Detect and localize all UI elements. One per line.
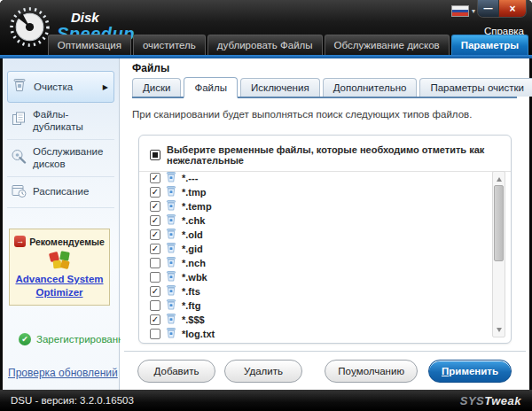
file-type-row: ✓*.$$$ — [150, 313, 482, 327]
sidebar-item-label: Файлы-дубликаты — [33, 108, 111, 134]
file-type-label: *.gid — [182, 244, 203, 254]
list-header-label: Выберите временные файлы, которые необхо… — [167, 144, 500, 166]
scroll-up-button[interactable] — [493, 174, 505, 184]
file-type-row — [150, 341, 482, 342]
close-icon: × — [509, 3, 515, 15]
file-type-row: ✓*.temp — [150, 199, 482, 213]
window-controls: — × — [477, 0, 527, 18]
scroll-up-icon — [497, 177, 502, 182]
file-type-checkbox[interactable] — [150, 258, 160, 268]
file-type-row: *.wbk — [150, 270, 482, 284]
language-flag-button[interactable]: ▾ — [451, 5, 475, 17]
advanced-system-optimizer-link[interactable]: Advanced System Optimizer — [12, 273, 107, 299]
settings-tabs: ДискиФайлыИсключенияДополнительноПарамет… — [132, 77, 517, 98]
tab-advanced[interactable]: Дополнительно — [323, 78, 418, 97]
systweak-logo-part2: Tweak — [484, 394, 521, 407]
file-type-row: ✓*.gid — [150, 242, 482, 256]
list-scrollbar[interactable] — [492, 171, 505, 337]
file-type-checkbox[interactable]: ✓ — [150, 314, 160, 325]
file-type-label: *.ftg — [182, 300, 200, 311]
disk-maintenance-icon — [11, 148, 27, 167]
tab-disks[interactable]: Диски — [132, 78, 181, 97]
check-updates-link[interactable]: Проверка обновлений — [8, 367, 118, 379]
indeterminate-mark — [153, 152, 158, 158]
file-type-checkbox[interactable]: ✓ — [150, 286, 160, 297]
nav-tab-disk-maintenance[interactable]: Обслуживание дисков — [325, 35, 450, 55]
nav-tab-settings[interactable]: Параметры — [451, 35, 528, 55]
scrollbar-thumb[interactable] — [494, 185, 504, 261]
buttons-divider — [124, 351, 526, 352]
checkmark-icon: ✓ — [152, 287, 159, 296]
promo-box: → Рекомендуемые Advanced System Optimize… — [9, 229, 110, 306]
promo-badge-label: Рекомендуемые — [29, 237, 105, 247]
file-type-row: ✓*.chk — [150, 213, 482, 228]
file-type-row: *.ftg — [150, 299, 482, 313]
description-text: При сканировании будет выполняться поиск… — [132, 109, 472, 120]
file-type-checkbox[interactable] — [150, 300, 160, 311]
content-area: Очистка▶Файлы-дубликатыОбслуживание диск… — [3, 58, 529, 390]
title-bar: Disk Speedup ▾ — × Справка Оптимизацияоч… — [0, 0, 532, 55]
file-type-checkbox[interactable]: ✓ — [150, 187, 160, 198]
tab-cleanup-options[interactable]: Параметры очистки — [419, 78, 532, 97]
checkmark-icon: ✓ — [152, 315, 159, 324]
close-button[interactable]: × — [499, 0, 526, 17]
minimize-icon: — — [484, 4, 493, 13]
file-type-label: *.wbk — [182, 272, 207, 283]
nav-tab-optimization[interactable]: Оптимизация — [48, 35, 131, 55]
scroll-down-button[interactable] — [493, 324, 505, 335]
checkmark-icon: ✓ — [152, 244, 159, 253]
add-button[interactable]: Добавить — [137, 360, 215, 383]
sidebar-item-duplicate-files[interactable]: Файлы-дубликаты — [7, 103, 114, 140]
file-type-checkbox[interactable] — [150, 329, 160, 339]
sidebar-item-disk-maintenance[interactable]: Обслуживание дисков — [7, 140, 114, 177]
status-bar: DSU - версия: 3.2.0.16503 SYSTweak — [0, 390, 532, 411]
file-type-row: ✓*.old — [150, 228, 482, 242]
nav-tab-duplicate-files[interactable]: дублировать Файлы — [207, 35, 323, 55]
defaults-button[interactable]: По умолчанию — [325, 360, 418, 383]
advanced-system-optimizer-logo-icon — [45, 250, 74, 271]
file-type-label: *.--- — [182, 173, 198, 183]
file-type-label: *.nch — [182, 258, 206, 268]
file-type-label: *.tmp — [182, 187, 207, 198]
file-type-list: ✓*.---✓*.tmp✓*.temp✓*.chk✓*.old✓*.gid*.n… — [150, 171, 482, 342]
app-window: Disk Speedup ▾ — × Справка Оптимизацияоч… — [0, 0, 532, 411]
brand-line1: Disk — [71, 11, 135, 24]
file-type-checkbox[interactable]: ✓ — [150, 215, 160, 226]
systweak-logo-part1: SYS — [460, 394, 485, 407]
sidebar-item-label: Расписание — [33, 185, 89, 198]
recycle-bin-icon — [12, 77, 27, 97]
tab-files[interactable]: Файлы — [184, 77, 238, 98]
delete-button[interactable]: Удалить — [224, 360, 302, 383]
sidebar-item-label: Очистка — [34, 81, 73, 93]
file-type-checkbox[interactable]: ✓ — [150, 229, 160, 240]
checkmark-icon: ✓ — [152, 188, 159, 197]
file-type-checkbox[interactable] — [150, 272, 160, 283]
active-item-arrow-icon: ▶ — [103, 83, 108, 91]
nav-tab-cleaner[interactable]: очиститель — [133, 35, 206, 55]
registration-status: ✔ Зарегистрированная — [19, 333, 135, 345]
promo-arrow-icon: → — [14, 236, 26, 247]
tab-exclusions[interactable]: Исключения — [240, 78, 320, 97]
file-type-checkbox[interactable]: ✓ — [150, 201, 160, 212]
minimize-button[interactable]: — — [478, 0, 499, 17]
sidebar-items: Очистка▶Файлы-дубликатыОбслуживание диск… — [3, 58, 119, 208]
file-type-label: *.old — [182, 229, 203, 240]
duplicate-files-icon — [11, 111, 27, 130]
left-button-group: ДобавитьУдалить — [137, 360, 302, 383]
file-type-label: *.chk — [182, 215, 205, 226]
file-type-row: ✓*.fts — [150, 284, 482, 299]
sidebar: Очистка▶Файлы-дубликатыОбслуживание диск… — [3, 58, 120, 390]
registered-check-icon: ✔ — [19, 333, 31, 345]
sidebar-item-schedule[interactable]: Расписание — [7, 177, 114, 208]
apply-button[interactable]: Применить — [428, 360, 512, 383]
sidebar-item-label: Обслуживание дисков — [33, 145, 111, 171]
file-types-panel: Выберите временные файлы, которые необхо… — [138, 135, 512, 344]
right-button-group: По умолчаниюПрименить — [325, 360, 512, 383]
sidebar-item-cleanup[interactable]: Очистка▶ — [7, 71, 114, 103]
file-type-checkbox[interactable]: ✓ — [150, 244, 160, 254]
main-nav: Оптимизацияочистительдублировать ФайлыОб… — [48, 35, 528, 55]
file-type-checkbox[interactable]: ✓ — [150, 173, 160, 183]
checkmark-icon: ✓ — [152, 174, 159, 182]
select-all-checkbox[interactable] — [150, 150, 160, 160]
schedule-icon — [11, 182, 27, 202]
